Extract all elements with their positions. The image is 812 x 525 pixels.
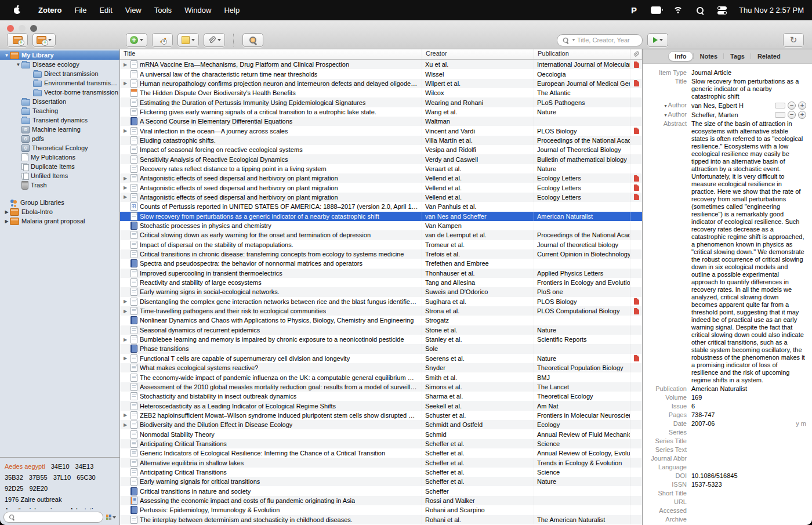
table-row[interactable]: Critical transitions in nature and socie… bbox=[120, 486, 642, 495]
new-note-button[interactable] bbox=[177, 33, 199, 47]
menu-help[interactable]: Help bbox=[217, 6, 246, 15]
sidebar-item-machine-learning[interactable]: ⚙Machine learning bbox=[0, 125, 119, 134]
sidebar-item-trash[interactable]: Trash bbox=[0, 180, 119, 190]
expand-arrow-icon[interactable]: ▶ bbox=[122, 62, 128, 67]
field-row-series[interactable]: Series bbox=[643, 428, 806, 437]
field-row-author[interactable]: ▾AuthorScheffer, Marten−+ bbox=[643, 110, 806, 120]
menu-file[interactable]: File bbox=[68, 6, 93, 15]
table-row[interactable]: Heteroscedasticity as a Leading Indicato… bbox=[120, 401, 642, 410]
tag-filter-input[interactable] bbox=[3, 512, 103, 523]
sidebar-item-disease-ecology[interactable]: ▼Disease ecology bbox=[0, 60, 119, 69]
table-row[interactable]: ▶Antagonistic effects of seed dispersal … bbox=[120, 173, 642, 183]
quick-search-input[interactable]: Title, Creator, Year bbox=[557, 34, 643, 46]
new-item-button[interactable]: + bbox=[126, 33, 147, 47]
sidebar-item-pdfs[interactable]: ⚙pdfs bbox=[0, 134, 119, 143]
sidebar-item-environmental-transmission[interactable]: Environmental transmission bbox=[0, 78, 119, 88]
field-value[interactable]: Slow recovery from perturbations as a ge… bbox=[691, 78, 806, 100]
column-header-attachment[interactable] bbox=[630, 49, 642, 59]
tag-item[interactable]: Aedes aegypti bbox=[5, 461, 45, 472]
table-row[interactable]: Slow recovery from perturbations as a ge… bbox=[120, 212, 642, 221]
tab-notes[interactable]: Notes bbox=[694, 52, 724, 61]
table-row[interactable]: Nonmodal Stability TheorySchmidAnnual Re… bbox=[120, 429, 642, 439]
table-row[interactable]: ▶Human neuropathology confirms projectio… bbox=[120, 79, 642, 88]
table-row[interactable]: Anticipating Critical TransitionsScheffe… bbox=[120, 439, 642, 448]
table-row[interactable]: ▶Viral infection in the ocean—A journey … bbox=[120, 126, 642, 135]
field-row-language[interactable]: Language bbox=[643, 463, 806, 472]
table-row[interactable]: ▶ZEB2 haploinsufficient Mowat–Wilson syn… bbox=[120, 411, 642, 420]
field-row-doi[interactable]: DOI10.1086/516845 bbox=[643, 472, 806, 480]
table-row[interactable]: Stochasticity and bistability in insect … bbox=[120, 392, 642, 401]
new-collection-button[interactable]: + bbox=[7, 33, 28, 47]
column-header-publication[interactable]: Publication bbox=[534, 49, 630, 59]
field-value[interactable]: 738-747 bbox=[691, 411, 806, 419]
table-row[interactable]: What makes ecological systems reactive?S… bbox=[120, 363, 642, 372]
menu-view[interactable]: View bbox=[119, 6, 148, 15]
sidebar-item-unfiled-items[interactable]: Unfiled Items bbox=[0, 171, 119, 180]
field-value[interactable]: The size of the basin of attraction in e… bbox=[691, 120, 806, 384]
field-row-abstract[interactable]: AbstractThe size of the basin of attract… bbox=[643, 120, 806, 385]
sidebar-item-vector-borne-transmission[interactable]: Vector-borne transmission bbox=[0, 88, 119, 97]
sidebar-item-ebola-intro[interactable]: ▶Ebola-Intro bbox=[0, 207, 119, 216]
tag-item[interactable]: 35B32 bbox=[5, 472, 23, 483]
column-header-creator[interactable]: Creator bbox=[422, 49, 534, 59]
twisty-icon[interactable]: ▼ bbox=[15, 62, 21, 67]
table-row[interactable]: A Second Course in Elementary Differenti… bbox=[120, 117, 642, 126]
sidebar-item-duplicate-items[interactable]: Duplicate Items bbox=[0, 162, 119, 171]
field-row-date[interactable]: Date2007-06y m bbox=[643, 419, 806, 428]
table-row[interactable]: ▶Functional T cells are capable of super… bbox=[120, 354, 642, 363]
expand-arrow-icon[interactable]: ▶ bbox=[122, 128, 128, 133]
add-by-identifier-button[interactable]: + bbox=[152, 33, 173, 47]
tab-tags[interactable]: Tags bbox=[724, 52, 751, 61]
tag-item[interactable]: 34E13 bbox=[75, 461, 94, 472]
table-row[interactable]: The economy-wide impact of pandemic infl… bbox=[120, 372, 642, 382]
table-row[interactable]: Critical transitions in chronic disease:… bbox=[120, 249, 642, 259]
expand-arrow-icon[interactable]: ▶ bbox=[122, 299, 128, 304]
expand-arrow-icon[interactable]: ▶ bbox=[122, 422, 128, 428]
table-row[interactable]: ▶Antagonistic effects of seed dispersal … bbox=[120, 183, 642, 192]
table-row[interactable]: Flickering gives early warning signals o… bbox=[120, 107, 642, 117]
column-header-title[interactable]: Title bbox=[120, 49, 422, 59]
minimize-button[interactable] bbox=[19, 25, 26, 32]
field-value[interactable]: Journal Article bbox=[691, 69, 806, 77]
table-row[interactable]: Impact of seasonal forcing on reactive e… bbox=[120, 145, 642, 154]
new-library-button[interactable]: + bbox=[32, 33, 56, 47]
tag-selector-options-button[interactable] bbox=[106, 515, 116, 520]
field-row-publication[interactable]: PublicationAmerican Naturalist bbox=[643, 385, 806, 393]
tab-info[interactable]: Info bbox=[668, 51, 693, 61]
table-row[interactable]: Estimating the Duration of Pertussis Imm… bbox=[120, 97, 642, 107]
expand-arrow-icon[interactable]: ▶ bbox=[122, 356, 128, 361]
table-row[interactable]: Pertussis: Epidemiology, Immunology & Ev… bbox=[120, 505, 642, 515]
sidebar-item-theoretical-ecology[interactable]: ⚙Theoretical Ecology bbox=[0, 143, 119, 153]
advanced-search-button[interactable] bbox=[242, 33, 263, 47]
expand-arrow-icon[interactable]: ▶ bbox=[122, 337, 128, 342]
author-name[interactable]: Scheffer, Marten bbox=[691, 111, 773, 118]
field-row-url[interactable]: URL bbox=[643, 498, 806, 506]
field-row-author[interactable]: ▾Authorvan Nes, Egbert H−+ bbox=[643, 101, 806, 110]
field-row-journal-abbr[interactable]: Journal Abbr bbox=[643, 454, 806, 463]
field-row-volume[interactable]: Volume169 bbox=[643, 393, 806, 402]
author-options-box[interactable] bbox=[775, 112, 785, 118]
table-row[interactable]: Stochastic processes in physics and chem… bbox=[120, 221, 642, 230]
control-center-icon[interactable] bbox=[717, 6, 727, 15]
field-row-accessed[interactable]: Accessed bbox=[643, 506, 806, 515]
field-row-series-text[interactable]: Series Text bbox=[643, 446, 806, 454]
field-row-issue[interactable]: Issue6 bbox=[643, 402, 806, 411]
field-row-pages[interactable]: Pages738-747 bbox=[643, 411, 806, 419]
field-value[interactable]: 10.1086/516845 bbox=[691, 472, 806, 480]
remove-author-button[interactable]: − bbox=[788, 102, 796, 110]
expand-arrow-icon[interactable]: ▶ bbox=[122, 81, 128, 86]
tag-item[interactable]: Adaptation bbox=[70, 505, 100, 509]
sidebar-item-teaching[interactable]: Teaching bbox=[0, 106, 119, 115]
field-value[interactable]: 1537-5323 bbox=[691, 481, 806, 488]
menu-zotero[interactable]: Zotero bbox=[32, 6, 68, 15]
table-row[interactable]: Eluding catastrophic shifts.Villa Martín… bbox=[120, 136, 642, 145]
table-row[interactable]: Assessing the economic impact and costs … bbox=[120, 496, 642, 505]
table-row[interactable]: The interplay between determinism and st… bbox=[120, 515, 642, 524]
field-row-issn[interactable]: ISSN1537-5323 bbox=[643, 480, 806, 489]
table-row[interactable]: Generic Indicators of Ecological Resilie… bbox=[120, 448, 642, 458]
battery-icon[interactable] bbox=[651, 6, 661, 15]
table-row[interactable]: ▶Antagonistic effects of seed dispersal … bbox=[120, 193, 642, 202]
sidebar-item-dissertation[interactable]: Dissertation bbox=[0, 97, 119, 106]
locate-button[interactable] bbox=[647, 33, 668, 47]
tag-item[interactable]: Acyrthosiphon pisum bbox=[5, 505, 64, 509]
